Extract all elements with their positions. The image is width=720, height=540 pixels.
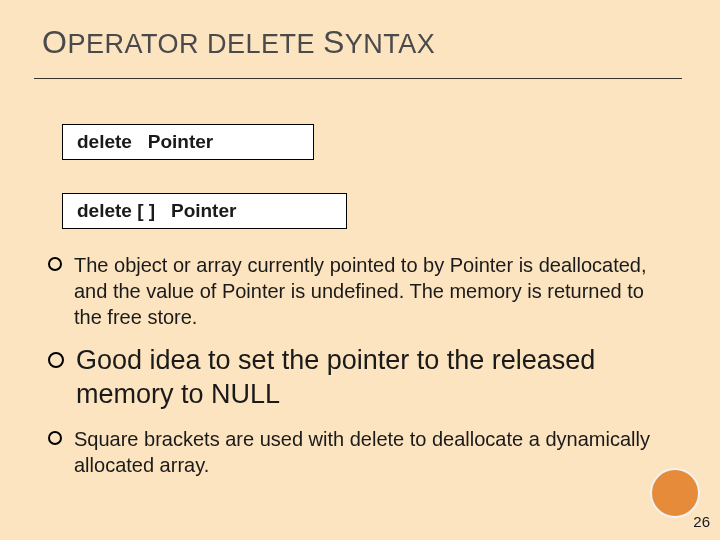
- bullet-text: The object or array currently pointed to…: [74, 252, 662, 330]
- bullet-item: Good idea to set the pointer to the rele…: [48, 344, 662, 412]
- bullet-icon: [48, 431, 62, 445]
- bullet-text: Good idea to set the pointer to the rele…: [76, 344, 662, 412]
- title-divider: [34, 78, 682, 79]
- slide: OPERATOR DELETE SYNTAX delete Pointer de…: [0, 0, 720, 540]
- bullet-item: Square brackets are used with delete to …: [48, 426, 662, 478]
- bullet-item: The object or array currently pointed to…: [48, 252, 662, 330]
- body-content: The object or array currently pointed to…: [48, 252, 662, 492]
- accent-circle: [650, 468, 700, 518]
- page-number: 26: [693, 513, 710, 530]
- syntax-box-delete: delete Pointer: [62, 124, 314, 160]
- syntax-box-delete-array: delete [ ] Pointer: [62, 193, 347, 229]
- bullet-icon: [48, 352, 64, 368]
- bullet-icon: [48, 257, 62, 271]
- slide-title: OPERATOR DELETE SYNTAX: [42, 24, 435, 61]
- bullet-text: Square brackets are used with delete to …: [74, 426, 662, 478]
